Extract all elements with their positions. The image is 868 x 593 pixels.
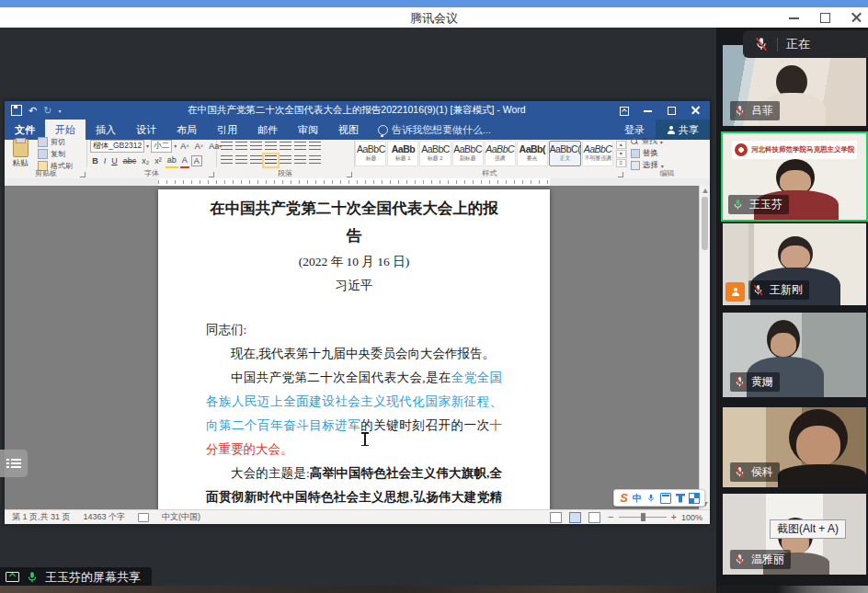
align-left-icon[interactable] [221, 155, 233, 165]
strikethrough-button[interactable]: abc [121, 155, 139, 167]
styles-down-icon[interactable]: ▾ [616, 150, 626, 158]
vertical-scrollbar[interactable] [699, 186, 710, 509]
print-layout-icon[interactable] [569, 512, 581, 523]
font-size-combobox[interactable]: 小二 [151, 140, 172, 153]
tab-view[interactable]: 视图 [328, 120, 369, 140]
zoom-out-icon[interactable]: − [608, 513, 613, 521]
video-tile-speaking[interactable]: 河北科技师范学院马克思主义学院 王玉芬 [721, 131, 868, 222]
tab-review[interactable]: 审阅 [288, 120, 328, 140]
align-center-icon[interactable] [235, 155, 247, 165]
document-page[interactable]: 在中国共产党第二十次全国代表大会上的报告(2022 年 10 月 16 日)习近… [158, 189, 550, 509]
ribbon-display-options-icon[interactable] [620, 106, 629, 115]
horizontal-ruler[interactable] [5, 178, 710, 186]
ime-keyboard-icon[interactable] [660, 493, 671, 504]
dialog-launcher-icon[interactable] [618, 172, 623, 177]
ime-skin-icon[interactable] [676, 494, 685, 503]
font-name-dropdown-icon[interactable]: ▾ [146, 143, 149, 149]
dialog-launcher-icon[interactable] [80, 172, 86, 177]
paste-button[interactable]: 粘贴 [5, 139, 36, 169]
decrease-indent-icon[interactable] [265, 142, 277, 152]
sort-icon[interactable] [294, 142, 306, 152]
word-close-icon[interactable] [691, 106, 701, 115]
style-item-subtle-emphasis[interactable]: AaBbC不明显强调 [582, 141, 614, 166]
page-indicator[interactable]: 第 1 页,共 31 页 [12, 511, 71, 523]
style-item-emphasis[interactable]: AaBbC强调 [485, 141, 516, 166]
styles-more-icon[interactable]: ≡ [616, 159, 626, 167]
dialog-launcher-icon[interactable] [347, 172, 352, 177]
align-right-icon[interactable] [250, 155, 262, 165]
style-item-normal[interactable]: AaBbC(正文 [549, 141, 581, 166]
web-layout-icon[interactable] [588, 512, 600, 523]
mic-muted-icon[interactable] [754, 37, 769, 51]
maximize-icon[interactable] [820, 12, 831, 23]
participant-name: 侯科 [751, 464, 773, 480]
meeting-panel-toggle-button[interactable] [0, 450, 28, 477]
text-highlight-button[interactable]: ab [166, 154, 178, 168]
save-icon[interactable] [11, 105, 22, 116]
style-item-heading1[interactable]: AaBb标题 1 [387, 141, 418, 166]
document-canvas[interactable]: 在中国共产党第二十次全国代表大会上的报告(2022 年 10 月 16 日)习近… [5, 186, 710, 509]
proofing-icon[interactable] [138, 513, 149, 522]
bold-button[interactable]: B [90, 155, 100, 167]
scroll-up-icon[interactable] [702, 188, 708, 193]
ime-toolbox-icon[interactable] [690, 494, 699, 503]
dialog-launcher-icon[interactable] [209, 172, 214, 177]
zoom-slider[interactable] [619, 517, 667, 519]
ime-voice-icon[interactable] [646, 494, 656, 503]
tell-me-box[interactable]: 告诉我您想要做什么... [369, 120, 500, 140]
styles-up-icon[interactable]: ▴ [616, 141, 626, 149]
style-item-strong[interactable]: AaBb(要点 [517, 141, 548, 166]
find-button[interactable]: 查找▾ [631, 136, 664, 147]
style-item-subtitle[interactable]: AaBbC副标题 [452, 141, 484, 166]
zoom-percentage[interactable]: 100% [681, 513, 702, 522]
ime-chinese-mode-icon[interactable]: 中 [633, 492, 642, 505]
copy-button[interactable]: 复制 [38, 149, 73, 159]
font-size-dropdown-icon[interactable]: ▾ [174, 143, 177, 149]
read-mode-icon[interactable] [550, 512, 562, 523]
redo-icon[interactable]: ↻ [43, 105, 51, 117]
meeting-titlebar[interactable]: 腾讯会议 [0, 7, 868, 28]
multilevel-list-icon[interactable] [250, 142, 262, 152]
superscript-button[interactable]: x² [153, 155, 164, 167]
close-icon[interactable] [851, 12, 862, 23]
language-indicator[interactable]: 中文(中国) [162, 511, 200, 523]
document-text[interactable]: 在中国共产党第二十次全国代表大会上的报告(2022 年 10 月 16 日)习近… [206, 195, 502, 509]
qat-dropdown-icon[interactable]: ▾ [58, 108, 61, 114]
zoom-slider-thumb[interactable] [641, 513, 645, 521]
sogou-ime-toolbar[interactable]: S 中 [613, 489, 705, 507]
font-color-button[interactable]: A [180, 154, 189, 168]
style-item-heading2[interactable]: AaBbC标题 2 [419, 141, 451, 166]
video-tile[interactable]: 黄姗 [723, 313, 866, 397]
video-tile[interactable]: 王新刚 [723, 223, 866, 305]
zoom-in-icon[interactable]: + [671, 513, 677, 521]
numbering-icon[interactable] [235, 142, 247, 152]
video-tile[interactable]: 侯科 [723, 407, 866, 487]
italic-button[interactable]: I [102, 155, 108, 167]
bullets-icon[interactable] [221, 142, 233, 152]
word-restore-icon[interactable] [668, 106, 677, 115]
mic-status-toolbar[interactable]: 正在 [743, 30, 868, 58]
style-item-title[interactable]: AaBbC标题 [355, 141, 386, 166]
tab-mailings[interactable]: 邮件 [247, 120, 288, 140]
borders-icon[interactable] [309, 155, 321, 165]
screen-share-banner[interactable]: 王玉芬的屏幕共享 [0, 567, 152, 587]
sogou-logo-icon[interactable]: S [620, 491, 628, 505]
shading-icon[interactable] [294, 155, 306, 165]
font-name-combobox[interactable]: 楷体_GB2312 [90, 140, 144, 153]
replace-button[interactable]: 替换 [631, 148, 664, 159]
line-spacing-icon[interactable] [280, 155, 291, 165]
character-border-button[interactable]: A [191, 155, 202, 166]
show-marks-icon[interactable] [309, 142, 321, 152]
scrollbar-thumb[interactable] [702, 197, 708, 250]
cut-button[interactable]: 剪切 [38, 137, 73, 147]
increase-indent-icon[interactable] [280, 142, 291, 152]
grow-font-button[interactable]: A˄ [178, 140, 191, 152]
undo-icon[interactable]: ↶ [29, 105, 37, 117]
justify-icon[interactable] [265, 155, 277, 165]
subscript-button[interactable]: x₂ [140, 155, 151, 167]
underline-button[interactable]: U [109, 155, 120, 167]
word-count[interactable]: 14363 个字 [84, 511, 126, 523]
minimize-icon[interactable] [789, 12, 800, 23]
shrink-font-button[interactable]: A˅ [193, 140, 206, 152]
word-minimize-icon[interactable] [644, 106, 653, 115]
